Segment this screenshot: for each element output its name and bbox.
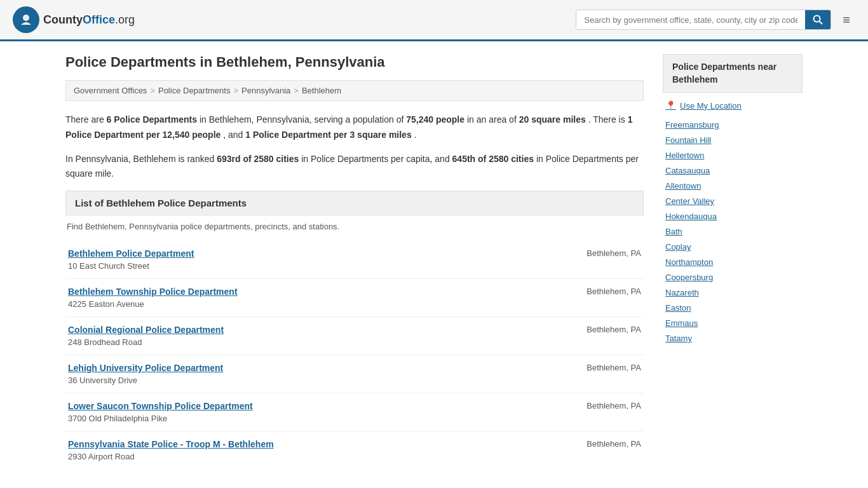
dept-name-link[interactable]: Lehigh University Police Department [68, 363, 223, 373]
dept-info: Bethlehem Township Police Department 422… [68, 287, 238, 309]
sidebar: Police Departments near Bethlehem 📍 Use … [663, 54, 803, 469]
stat-population: 75,240 people [406, 114, 465, 125]
nearby-city-link[interactable]: Hokendauqua [665, 212, 717, 221]
list-item: Easton [663, 300, 803, 315]
dept-city: Bethlehem, PA [587, 401, 641, 410]
list-item: Catasauqua [663, 163, 803, 178]
dept-name-link[interactable]: Pennsylvania State Police - Troop M - Be… [68, 439, 274, 449]
dept-city: Bethlehem, PA [587, 248, 641, 258]
use-location[interactable]: 📍 Use My Location [663, 100, 803, 111]
dept-address: 36 University Drive [68, 376, 137, 385]
stats-paragraph-2: In Pennsylvania, Bethlehem is ranked 693… [65, 152, 644, 182]
list-item: Nazareth [663, 285, 803, 300]
sidebar-header: Police Departments near Bethlehem [663, 54, 803, 93]
dept-name-link[interactable]: Colonial Regional Police Department [68, 325, 224, 335]
dept-address: 2930 Airport Road [68, 452, 135, 461]
dept-info: Colonial Regional Police Department 248 … [68, 325, 224, 347]
list-item: Bath [663, 224, 803, 239]
main-container: Police Departments in Bethlehem, Pennsyl… [53, 41, 815, 482]
list-item: Tatamy [663, 330, 803, 346]
location-pin-icon: 📍 [665, 100, 676, 111]
dept-name-link[interactable]: Lower Saucon Township Police Department [68, 401, 253, 411]
nearby-city-link[interactable]: Freemansburg [665, 120, 719, 130]
nearby-city-link[interactable]: Nazareth [665, 288, 699, 297]
logo-text: CountyOffice.org [43, 13, 135, 27]
svg-line-3 [820, 22, 823, 25]
list-item: Coopersburg [663, 269, 803, 285]
dept-address: 4225 Easton Avenue [68, 299, 144, 309]
nearby-city-link[interactable]: Allentown [665, 181, 701, 191]
nearby-city-link[interactable]: Northampton [665, 257, 713, 267]
svg-point-1 [23, 15, 29, 21]
stats-paragraph-1: There are 6 Police Departments in Bethle… [65, 112, 644, 143]
dept-name-link[interactable]: Bethlehem Police Department [68, 248, 194, 259]
search-button[interactable] [805, 10, 831, 29]
menu-button[interactable]: ≡ [837, 10, 855, 30]
dept-name-link[interactable]: Bethlehem Township Police Department [68, 287, 238, 297]
nearby-city-link[interactable]: Catasauqua [665, 166, 710, 175]
table-row: Colonial Regional Police Department 248 … [65, 317, 644, 355]
stat-count: 6 Police Departments [107, 114, 197, 125]
stat-rank-sqmile: 645th of 2580 cities [452, 154, 534, 164]
list-item: Hellertown [663, 147, 803, 163]
page-title: Police Departments in Bethlehem, Pennsyl… [65, 54, 644, 71]
nearby-city-link[interactable]: Hellertown [665, 151, 704, 160]
nearby-city-link[interactable]: Tatamy [665, 334, 692, 343]
table-row: Lower Saucon Township Police Department … [65, 393, 644, 431]
dept-info: Lehigh University Police Department 36 U… [68, 363, 223, 385]
nearby-city-link[interactable]: Fountain Hill [665, 135, 711, 145]
nearby-city-link[interactable]: Coplay [665, 242, 691, 252]
breadcrumb-sep-1: > [150, 86, 155, 95]
breadcrumb-pennsylvania[interactable]: Pennsylvania [241, 86, 290, 95]
list-item: Freemansburg [663, 117, 803, 132]
nearby-city-link[interactable]: Bath [665, 227, 682, 236]
list-item: Hokendauqua [663, 208, 803, 224]
breadcrumb-sep-3: > [294, 86, 299, 95]
list-item: Northampton [663, 254, 803, 269]
stat-area: 20 square miles [519, 114, 586, 125]
dept-info: Lower Saucon Township Police Department … [68, 401, 253, 423]
table-row: Bethlehem Township Police Department 422… [65, 279, 644, 317]
nearby-cities-list: FreemansburgFountain HillHellertownCatas… [663, 117, 803, 346]
content-area: Police Departments in Bethlehem, Pennsyl… [65, 54, 644, 469]
breadcrumb-bethlehem[interactable]: Bethlehem [302, 86, 341, 95]
nearby-city-link[interactable]: Center Valley [665, 196, 714, 206]
breadcrumb-gov-offices[interactable]: Government Offices [74, 86, 147, 95]
breadcrumb-police-depts[interactable]: Police Departments [158, 86, 230, 95]
table-row: Bethlehem Police Department 10 East Chur… [65, 241, 644, 279]
dept-address: 248 Brodhead Road [68, 337, 142, 347]
dept-city: Bethlehem, PA [587, 439, 641, 449]
list-item: Center Valley [663, 193, 803, 208]
list-section-header: List of Bethlehem Police Departments [65, 191, 644, 215]
site-header: CountyOffice.org ≡ [0, 0, 868, 41]
nearby-city-link[interactable]: Easton [665, 303, 691, 313]
department-list: Bethlehem Police Department 10 East Chur… [65, 241, 644, 469]
logo[interactable]: CountyOffice.org [13, 6, 135, 33]
nearby-city-link[interactable]: Emmaus [665, 318, 698, 328]
svg-point-2 [814, 16, 820, 22]
nearby-city-link[interactable]: Coopersburg [665, 273, 713, 282]
logo-icon [13, 6, 39, 33]
search-bar [576, 10, 831, 30]
list-item: Allentown [663, 178, 803, 193]
breadcrumb: Government Offices > Police Departments … [65, 80, 644, 101]
list-item: Coplay [663, 239, 803, 254]
dept-address: 10 East Church Street [68, 261, 149, 271]
dept-city: Bethlehem, PA [587, 363, 641, 372]
table-row: Pennsylvania State Police - Troop M - Be… [65, 431, 644, 469]
dept-info: Bethlehem Police Department 10 East Chur… [68, 248, 194, 271]
dept-address: 3700 Old Philadelphia Pike [68, 414, 167, 423]
stat-rank-capita: 693rd of 2580 cities [217, 154, 299, 164]
table-row: Lehigh University Police Department 36 U… [65, 355, 644, 393]
dept-city: Bethlehem, PA [587, 287, 641, 296]
breadcrumb-sep-2: > [233, 86, 238, 95]
header-controls: ≡ [576, 10, 855, 30]
list-item: Fountain Hill [663, 132, 803, 147]
dept-info: Pennsylvania State Police - Troop M - Be… [68, 439, 274, 461]
list-section-desc: Find Bethlehem, Pennsylvania police depa… [65, 222, 644, 231]
list-item: Emmaus [663, 315, 803, 330]
search-input[interactable] [576, 11, 805, 29]
dept-city: Bethlehem, PA [587, 325, 641, 334]
stat-per-sqmile: 1 Police Department per 3 square miles [245, 130, 411, 140]
